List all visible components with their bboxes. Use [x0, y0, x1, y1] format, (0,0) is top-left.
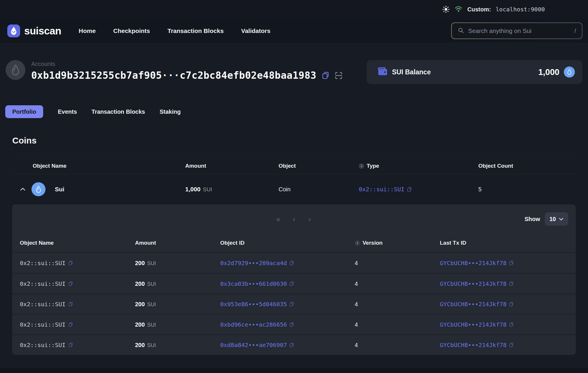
object-row: 0x2::sui::SUI 200SUI 0xbd96ce•••ac286656…	[12, 314, 576, 335]
balance-card-title: SUI Balance	[392, 68, 431, 76]
object-id-link[interactable]: 0xd8a842•••ae706907	[220, 342, 355, 349]
amount-cell: 200	[135, 281, 145, 287]
page-size-select[interactable]: 10	[545, 212, 568, 226]
col-object-name: Object Name	[20, 240, 135, 246]
object-id-link[interactable]: 0x953e86•••5d046035	[220, 301, 355, 308]
object-id-link[interactable]: 0x2d7929•••209aca4d	[220, 260, 355, 267]
object-name-cell[interactable]: 0x2::sui::SUI	[20, 280, 135, 287]
pagination-first-button[interactable]: «	[275, 215, 282, 224]
copy-icon	[289, 322, 294, 327]
qr-scan-icon[interactable]	[335, 71, 343, 80]
copy-icon	[509, 342, 514, 348]
nav-item-validators[interactable]: Validators	[241, 27, 270, 34]
amount-cell: 200	[135, 260, 145, 266]
last-tx-link[interactable]: GYCbUCH8•••214Jkf78	[440, 321, 568, 328]
copy-icon	[289, 281, 294, 286]
version-cell: 4	[355, 260, 440, 267]
nav-item-home[interactable]: Home	[79, 27, 96, 34]
col-last-tx-id: Last Tx ID	[440, 240, 568, 246]
object-name-cell[interactable]: 0x2::sui::SUI	[20, 301, 135, 308]
amount-cell: 200	[135, 342, 145, 348]
col-object-id: Object ID	[220, 240, 355, 246]
col-type: i Type	[359, 163, 478, 169]
nav-items: Home Checkpoints Transaction Blocks Vali…	[79, 27, 270, 34]
coin-type-link[interactable]: 0x2::sui::SUI	[359, 186, 478, 193]
col-object-name: Object Name	[12, 163, 185, 169]
object-row: 0x2::sui::SUI 200SUI 0x3ca03b•••661d0630…	[12, 273, 576, 294]
copy-icon	[509, 260, 514, 266]
copy-icon	[68, 281, 73, 286]
col-object: Object	[279, 163, 359, 169]
sui-token-icon	[32, 182, 46, 196]
nav-item-transaction-blocks[interactable]: Transaction Blocks	[167, 27, 224, 34]
last-tx-link[interactable]: GYCbUCH8•••214Jkf78	[440, 342, 568, 349]
object-row: 0x2::sui::SUI 200SUI 0x2d7929•••209aca4d…	[12, 253, 576, 273]
col-amount: Amount	[185, 163, 279, 169]
object-row: 0x2::sui::SUI 200SUI 0x953e86•••5d046035…	[12, 294, 576, 314]
account-block: Accounts 0xb1d9b3215255cb7af905···c7c2bc…	[6, 60, 343, 81]
copy-icon	[509, 281, 514, 286]
object-name-cell[interactable]: 0x2::sui::SUI	[20, 342, 135, 349]
tab-staking[interactable]: Staking	[160, 105, 181, 118]
sui-balance-value: 1,000	[538, 67, 559, 77]
account-address[interactable]: 0xb1d9b3215255cb7af905···c7c2bc84efb02e4…	[31, 70, 316, 81]
copy-icon	[289, 342, 294, 348]
network-endpoint[interactable]: localhost:9000	[496, 6, 545, 13]
amount-cell: 200	[135, 321, 145, 328]
tab-portfolio[interactable]: Portfolio	[5, 105, 43, 118]
search-box[interactable]: /	[452, 23, 582, 38]
account-tabs: Portfolio Events Transaction Blocks Stak…	[0, 105, 588, 118]
account-hero: Accounts 0xb1d9b3215255cb7af905···c7c2bc…	[0, 43, 588, 84]
search-icon	[458, 27, 464, 35]
pagination-prev-button[interactable]: ‹	[290, 215, 298, 224]
network-status-wifi-icon[interactable]	[454, 5, 463, 14]
coins-table-header: Object Name Amount Object i Type Object …	[12, 158, 576, 174]
network-mode-label: Custom:	[467, 6, 491, 13]
version-info-icon[interactable]: i	[355, 240, 360, 246]
brand-logo[interactable]: suiscan	[7, 24, 61, 37]
copy-icon	[289, 302, 294, 307]
pagination-next-button[interactable]: ›	[306, 215, 313, 224]
coin-amount-unit: SUI	[203, 186, 212, 192]
sui-coin-icon	[564, 66, 575, 78]
pagination-bar: « ‹ › Show 10	[12, 204, 576, 234]
object-id-link[interactable]: 0xbd96ce•••ac286656	[220, 321, 355, 328]
collapse-chevron-up-icon[interactable]	[20, 187, 26, 191]
search-input[interactable]	[468, 27, 570, 34]
main-navbar: suiscan Home Checkpoints Transaction Blo…	[0, 19, 588, 43]
version-cell: 4	[355, 301, 440, 308]
top-bar: Custom: localhost:9000	[0, 0, 588, 19]
version-cell: 4	[355, 281, 440, 287]
version-cell: 4	[355, 321, 440, 328]
copy-icon	[509, 322, 514, 327]
coin-row-sui[interactable]: Sui 1,000SUI Coin 0x2::sui::SUI 5	[12, 174, 576, 204]
tab-transaction-blocks[interactable]: Transaction Blocks	[92, 105, 145, 118]
coin-name: Sui	[55, 186, 64, 193]
copy-icon	[68, 342, 73, 348]
object-name-cell[interactable]: 0x2::sui::SUI	[20, 260, 135, 267]
last-tx-link[interactable]: GYCbUCH8•••214Jkf78	[440, 260, 568, 267]
last-tx-link[interactable]: GYCbUCH8•••214Jkf78	[440, 280, 568, 287]
type-info-icon[interactable]: i	[359, 163, 364, 169]
sui-balance-card: SUI Balance 1,000	[367, 60, 582, 84]
col-amount: Amount	[135, 240, 220, 246]
coin-object-count: 5	[478, 186, 576, 193]
footer-strip	[0, 368, 588, 373]
account-avatar-drop-icon	[6, 60, 25, 80]
object-name-cell[interactable]: 0x2::sui::SUI	[20, 321, 135, 328]
brand-name: suiscan	[24, 25, 61, 37]
search-shortcut-hint: /	[574, 27, 576, 34]
chevron-down-icon	[559, 218, 564, 221]
copy-icon	[68, 322, 73, 327]
objects-table-header: Object Name Amount Object ID i Version L…	[12, 234, 576, 253]
show-label: Show	[524, 216, 540, 223]
nav-item-checkpoints[interactable]: Checkpoints	[113, 27, 150, 34]
last-tx-link[interactable]: GYCbUCH8•••214Jkf78	[440, 301, 568, 308]
copy-icon	[509, 302, 514, 307]
theme-toggle-sun-icon[interactable]	[442, 6, 450, 13]
object-id-link[interactable]: 0x3ca03b•••661d0630	[220, 280, 355, 287]
copy-icon	[407, 187, 412, 192]
copy-address-icon[interactable]	[322, 71, 329, 80]
coins-section: Coins Object Name Amount Object i Type O…	[0, 136, 588, 355]
tab-events[interactable]: Events	[58, 105, 77, 118]
